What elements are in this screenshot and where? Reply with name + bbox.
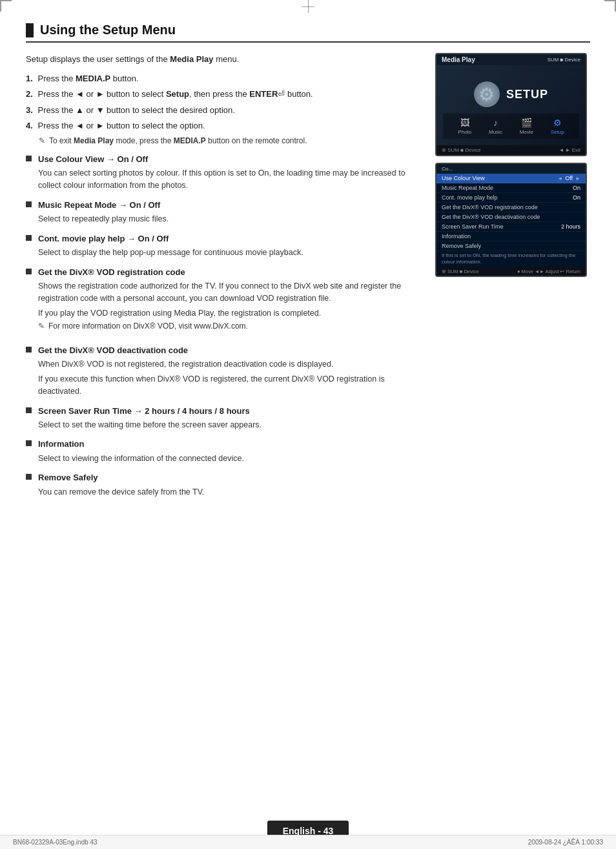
left-column: Setup displays the user settings of the … [26, 53, 422, 506]
corner-mark-tl [0, 0, 12, 12]
movie-label: Movie [520, 129, 533, 135]
note-divx-reg: ✎ For more information on DivX® VOD, vis… [38, 321, 422, 332]
tv-top-right-1: SUM ■ Device [547, 57, 580, 63]
bullet-divx-deact: Get the DivX® VOD deactivation code When… [26, 345, 422, 397]
tv-body-1: SETUP 🖼 Photo ♪ Music 🎬 Mov [436, 65, 586, 145]
bullet-colour-view: Use Colour View → On / Off You can selec… [26, 154, 422, 192]
tv-nav-icons: 🖼 Photo ♪ Music 🎬 Movie ⚙ [443, 114, 579, 139]
bullet-icon-remove-safely [26, 474, 32, 480]
bullet-icon-divx-deact [26, 347, 32, 353]
step-3: 3. Press the ▲ or ▼ button to select the… [26, 104, 422, 117]
intro-text-suffix: menu. [214, 54, 240, 64]
bullet-icon-information [26, 440, 32, 446]
bullet-content-information: Information Select to viewing the inform… [38, 438, 422, 464]
tv-menu-music-val: On [573, 185, 580, 191]
music-icon: ♪ [493, 118, 498, 128]
tv-menu-colour-label: Use Colour View [442, 175, 485, 181]
bullet-remove-safely: Remove Safely You can remove the device … [26, 472, 422, 498]
bullet-content-divx-deact: Get the DivX® VOD deactivation code When… [38, 345, 422, 397]
bullet-content-cont-movie: Cont. movie play help → On / Off Select … [38, 233, 422, 259]
bullet-title-remove-safely: Remove Safely [38, 472, 422, 484]
tv-menu-colour-val: ◄ Off ► [557, 175, 580, 181]
bullet-body-information: Select to viewing the information of the… [38, 453, 422, 465]
bullet-title-colour-view: Use Colour View → On / Off [38, 154, 422, 165]
bullet-content-music-repeat: Music Repeat Mode → On / Off Select to r… [38, 199, 422, 225]
bullet-icon-screen-saver [26, 407, 32, 413]
bullet-content-colour-view: Use Colour View → On / Off You can selec… [38, 154, 422, 192]
bullet-content-divx-reg: Get the DivX® VOD registration code Show… [38, 267, 422, 337]
step-2: 2. Press the ◄ or ► button to select Set… [26, 88, 422, 101]
bullet-body-music-repeat: Select to repeatedly play music files. [38, 213, 422, 225]
bottom-info-right: 2009-08-24 ¿ÀÊÀ 1:00:33 [528, 839, 603, 846]
two-col-layout: Setup displays the user settings of the … [26, 53, 590, 506]
bullet-body-divx-deact-2: If you execute this function when DivX® … [38, 373, 422, 398]
tv-menu-screen-saver: Screen Saver Run Time 2 hours [436, 222, 586, 232]
tv-bottom-bar-1: ⊕ SUM ■ Device ◄ ► Exit [436, 145, 586, 155]
crosshair-top [302, 0, 314, 13]
tv-menu-note: If this is set to ON, the loading time i… [436, 251, 586, 267]
bullet-content-remove-safely: Remove Safely You can remove the device … [38, 472, 422, 498]
bullet-body-divx-reg-1: Shows the registration code authorized f… [38, 280, 422, 305]
numbered-steps: 1. Press the MEDIA.P button. 2. Press th… [26, 72, 422, 147]
tv-menu-colour-view: Use Colour View ◄ Off ► [436, 174, 586, 183]
arrow-right-colour: ► [575, 176, 580, 181]
tv-sum-label-2: ⊕ SUM ■ Device [442, 269, 478, 274]
tv-menu-music-repeat: Music Repeat Mode On [436, 183, 586, 193]
tv-menu-divx-reg-label: Get the DivX® VOD registration code [442, 204, 538, 210]
bullet-body-cont-movie: Select to display the help pop-up messag… [38, 247, 422, 259]
bullet-body-colour-view: You can select sorting photos by colour.… [38, 167, 422, 192]
tv-menu-divx-deact: Get the DivX® VOD deactivation code [436, 212, 586, 222]
tv-top-bar-1: Media Play SUM ■ Device [436, 54, 586, 65]
corner-mark-tr [604, 0, 616, 12]
bullet-content-screen-saver: Screen Saver Run Time → 2 hours / 4 hour… [38, 405, 422, 431]
bullet-body-screen-saver: Select to set the waiting time before th… [38, 419, 422, 431]
tv-menu-area: Use Colour View ◄ Off ► Music Repeat Mod… [436, 174, 586, 267]
bullet-music-repeat: Music Repeat Mode → On / Off Select to r… [26, 199, 422, 225]
bullet-title-divx-deact: Get the DivX® VOD deactivation code [38, 345, 422, 356]
note-pencil-icon: ✎ [39, 136, 45, 145]
photo-icon: 🖼 [460, 118, 469, 128]
note-pencil-icon-divx: ✎ [38, 322, 45, 331]
bullet-title-information: Information [38, 438, 422, 450]
movie-icon: 🎬 [521, 118, 532, 128]
setup-nav-icon: ⚙ [553, 118, 562, 128]
tv-menu-info-label: Information [442, 233, 471, 240]
tv-exit-label: ◄ ► Exit [559, 147, 580, 153]
bullet-body-divx-reg-2: If you play the VOD registration using M… [38, 307, 422, 320]
intro-mediaplay-bold: Media Play [170, 54, 213, 64]
tv-menu-remove: Remove Safely [436, 241, 586, 251]
right-column: Media Play SUM ■ Device SETUP 🖼 Photo [435, 53, 590, 506]
tv-nav-music: ♪ Music [489, 118, 502, 135]
tv-menu-music-label: Music Repeat Mode [442, 185, 493, 191]
tv-title-1: Media Play [442, 56, 475, 63]
step-1: 1. Press the MEDIA.P button. [26, 72, 422, 85]
tv-menu-screen-saver-label: Screen Saver Run Time [442, 223, 504, 230]
tv-menu-screen-saver-val: 2 hours [561, 223, 580, 230]
bullet-title-music-repeat: Music Repeat Mode → On / Off [38, 199, 422, 211]
bullet-icon-colour-view [26, 156, 32, 161]
tv-nav-controls: ● Move ◄► Adjust ↩ Return [517, 269, 580, 274]
bullet-body-divx-deact-1: When DivX® VOD is not registered, the re… [38, 358, 422, 371]
tv-menu-cont-val: On [573, 194, 580, 201]
main-content: Using the Setup Menu Setup displays the … [26, 23, 590, 810]
section-title-bar: Using the Setup Menu [26, 23, 590, 43]
title-accent-bar [26, 23, 34, 37]
setup-gear-icon [474, 81, 500, 107]
tv-menu-remove-label: Remove Safely [442, 243, 481, 249]
intro-paragraph: Setup displays the user settings of the … [26, 53, 422, 66]
arrow-left-colour: ◄ [557, 176, 562, 181]
photo-label: Photo [458, 129, 471, 135]
setup-label: SETUP [506, 88, 548, 101]
tv-nav-movie: 🎬 Movie [520, 118, 533, 135]
setup-nav-label: Setup [551, 129, 564, 135]
note-text-divx: For more information on DivX® VOD, visit… [48, 321, 248, 332]
bottom-info-bar: BN68-02329A-03Eng.indb 43 2009-08-24 ¿ÀÊ… [0, 835, 616, 849]
step-4: 4. Press the ◄ or ► button to select the… [26, 119, 422, 132]
bullet-title-screen-saver: Screen Saver Run Time → 2 hours / 4 hour… [38, 405, 422, 417]
tv-menu-divx-reg: Get the DivX® VOD registration code [436, 203, 586, 212]
setup-icon-area: SETUP [443, 72, 579, 114]
tv-bottom-bar-2: ⊕ SUM ■ Device ● Move ◄► Adjust ↩ Return [436, 267, 586, 276]
tv-screenshot-menu: Co... Use Colour View ◄ Off ► Music Repe… [435, 163, 587, 277]
tv-nav-photo: 🖼 Photo [458, 118, 471, 135]
bullet-title-divx-reg: Get the DivX® VOD registration code [38, 267, 422, 278]
